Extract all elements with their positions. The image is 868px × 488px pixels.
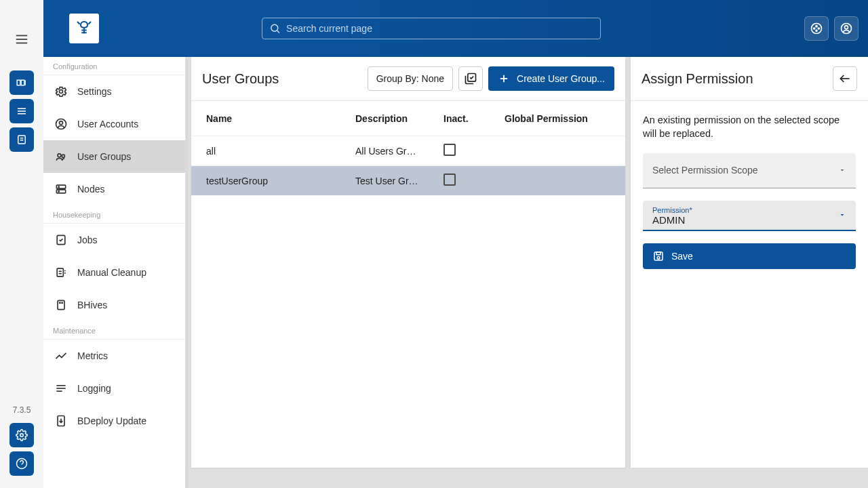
nav-item-user-accounts[interactable]: User Accounts [43,108,185,140]
page-title: User Groups [202,71,279,87]
svg-point-31 [58,186,59,187]
nav-section-configuration: Configuration [43,57,185,75]
nav-item-bhives[interactable]: BHives [43,289,185,321]
svg-rect-3 [17,80,20,85]
nav-item-manual-cleanup[interactable]: Manual Cleanup [43,256,185,289]
svg-point-23 [845,26,848,29]
nav-label: User Groups [77,151,131,162]
nav-item-settings[interactable]: Settings [43,75,185,108]
permission-scope-select[interactable]: Select Permission Scope [643,153,856,188]
save-label: Save [671,251,693,262]
nav-label: Nodes [77,184,104,195]
back-button[interactable] [833,66,857,91]
cell-inactive [443,144,505,158]
chevron-down-icon [838,211,846,219]
svg-point-40 [60,302,60,303]
cell-inactive [443,174,505,188]
nav-item-logging[interactable]: Logging [43,372,185,405]
svg-point-21 [816,30,817,31]
nav-sidebar: Configuration Settings User Accounts Use… [43,57,186,488]
svg-point-32 [58,191,59,192]
svg-point-26 [60,121,63,125]
side-body: An existing permission on the selected s… [631,101,868,281]
group-by-label: Group By: None [376,73,444,84]
storage-icon [54,298,68,312]
theme-icon[interactable] [804,16,829,41]
checkbox-icon[interactable] [443,144,456,156]
permission-label: Permission* [652,206,846,214]
save-button[interactable]: Save [643,243,856,269]
gear-icon [54,85,68,98]
side-title: Assign Permission [642,71,753,87]
plus-icon [498,73,510,85]
svg-rect-51 [656,252,660,255]
search-box[interactable] [262,18,601,39]
svg-point-20 [818,28,819,29]
account-icon[interactable] [834,16,859,41]
app-logo[interactable] [69,14,99,43]
nav-label: BDeploy Update [77,415,146,426]
checkbox-icon[interactable] [443,174,456,186]
search-icon [269,22,281,35]
nav-section-housekeeping: Housekeeping [43,205,185,224]
create-user-group-button[interactable]: Create User Group... [488,66,614,91]
search-input[interactable] [286,23,593,34]
chart-line-icon [54,349,68,363]
rail-help-icon[interactable] [9,451,34,476]
col-inactive[interactable]: Inact. [443,113,505,124]
col-name[interactable]: Name [206,113,355,124]
rail-groups-icon[interactable] [9,70,34,95]
nav-label: Metrics [77,350,108,361]
col-description[interactable]: Description [355,113,443,124]
hamburger-menu-icon[interactable] [9,27,34,52]
table-row[interactable]: testUserGroup Test User Gr… [191,166,625,196]
table-header: Name Description Inact. Global Permissio… [191,101,625,136]
version-label: 7.3.5 [13,405,31,415]
group-by-button[interactable]: Group By: None [368,66,453,91]
svg-point-18 [816,26,817,27]
nav-label: BHives [77,300,107,310]
nav-label: Logging [77,383,111,394]
side-panel: Assign Permission An existing permission… [631,57,868,468]
nav-item-user-groups[interactable]: User Groups [43,140,185,173]
main-header: User Groups Group By: None Create User G… [191,57,625,101]
cell-name: all [206,146,355,157]
clipboard-list-icon [54,266,68,279]
cell-description: Test User Gr… [355,176,443,186]
cell-description: All Users Gr… [355,146,443,157]
svg-line-16 [277,30,279,33]
svg-point-52 [657,256,660,259]
cell-name: testUserGroup [206,176,355,186]
nav-item-bdeploy-update[interactable]: BDeploy Update [43,405,185,437]
rail-settings-icon[interactable] [9,423,34,447]
svg-point-27 [58,154,61,157]
svg-point-19 [814,28,815,29]
nav-label: Jobs [77,235,98,245]
nav-item-jobs[interactable]: Jobs [43,224,185,256]
svg-rect-4 [21,80,24,85]
rail-list-icon[interactable] [9,99,34,123]
col-global-permission[interactable]: Global Permission [505,113,610,124]
nav-label: Settings [77,86,112,97]
permission-select[interactable]: Permission* ADMIN [643,201,856,231]
svg-point-28 [62,155,64,157]
group-icon [54,150,68,163]
svg-point-24 [60,90,63,94]
check-doc-icon [54,233,68,247]
nav-item-metrics[interactable]: Metrics [43,340,185,372]
side-info-text: An existing permission on the selected s… [643,113,856,141]
server-icon [54,182,68,196]
svg-rect-34 [57,268,63,277]
rail-tasks-icon[interactable] [9,127,34,152]
select-all-button[interactable] [458,66,483,91]
topbar [43,0,868,57]
user-groups-table: Name Description Inact. Global Permissio… [191,101,625,468]
download-icon [54,414,68,428]
select-all-icon [464,72,477,85]
nav-item-nodes[interactable]: Nodes [43,173,185,205]
main-panel: User Groups Group By: None Create User G… [191,57,625,468]
scope-placeholder: Select Permission Scope [652,165,758,176]
nav-label: Manual Cleanup [77,267,146,278]
table-row[interactable]: all All Users Gr… [191,136,625,166]
nav-label: User Accounts [77,119,138,129]
